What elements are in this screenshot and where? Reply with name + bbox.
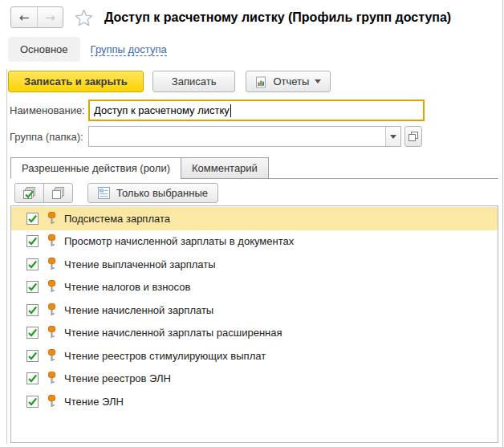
group-field-label: Группа (папка): bbox=[10, 126, 83, 148]
role-label: Подсистема зарплата bbox=[64, 213, 170, 225]
role-checkbox[interactable] bbox=[26, 372, 39, 384]
chevron-down-icon bbox=[390, 135, 396, 139]
open-list-icon bbox=[408, 132, 418, 141]
role-label: Чтение налогов и взносов bbox=[64, 281, 190, 293]
role-label: Чтение реестров ЭЛН bbox=[64, 372, 171, 384]
save-and-close-button[interactable]: Записать и закрыть bbox=[8, 71, 144, 92]
favorite-star-icon[interactable] bbox=[75, 9, 93, 26]
role-label: Чтение выплаченной зарплаты bbox=[64, 258, 216, 270]
role-row[interactable]: Чтение реестров стимулирующих выплат bbox=[11, 344, 498, 368]
reports-button[interactable]: Отчеты bbox=[246, 71, 331, 92]
back-button[interactable]: ← bbox=[11, 7, 37, 27]
window-right-border bbox=[502, 0, 503, 447]
nav-item-main[interactable]: Основное bbox=[8, 37, 80, 62]
list-toolbar: Только выбранные bbox=[14, 183, 218, 203]
role-label: Чтение начисленной зарплаты расширенная bbox=[64, 327, 282, 339]
role-checkbox[interactable] bbox=[26, 235, 39, 247]
page-title: Доступ к расчетному листку (Профиль груп… bbox=[104, 10, 451, 25]
check-buttons-group bbox=[14, 183, 73, 203]
role-key-icon bbox=[47, 303, 56, 317]
reports-label: Отчеты bbox=[273, 75, 309, 87]
role-key-icon bbox=[47, 326, 56, 339]
chevron-down-icon bbox=[315, 79, 321, 83]
group-choose-button[interactable] bbox=[404, 126, 422, 147]
role-label: Чтение реестров стимулирующих выплат bbox=[64, 350, 266, 362]
only-selected-button[interactable]: Только выбранные bbox=[87, 183, 218, 203]
save-button[interactable]: Записать bbox=[152, 71, 236, 92]
role-row[interactable]: Чтение выплаченной зарплаты bbox=[11, 253, 498, 276]
tab-comment[interactable]: Комментарий bbox=[181, 157, 269, 179]
role-label: Чтение начисленной зарплаты bbox=[64, 304, 213, 316]
role-checkbox[interactable] bbox=[26, 327, 39, 339]
tab-control: Разрешенные действия (роли) Комментарий bbox=[10, 156, 498, 179]
role-row[interactable]: Чтение начисленной зарплаты bbox=[11, 299, 498, 322]
name-input[interactable]: Доступ к расчетному листку bbox=[88, 100, 425, 121]
name-input-value: Доступ к расчетному листку bbox=[94, 104, 230, 116]
role-checkbox[interactable] bbox=[26, 304, 39, 316]
role-row[interactable]: Подсистема зарплата bbox=[11, 207, 498, 230]
list-icon bbox=[98, 187, 110, 199]
only-selected-label: Только выбранные bbox=[116, 187, 208, 199]
role-key-icon bbox=[47, 395, 56, 408]
tab-strip: Разрешенные действия (роли) Комментарий bbox=[10, 156, 498, 179]
command-bar: Записать и закрыть Записать Отчеты bbox=[8, 71, 331, 92]
history-nav: ← → bbox=[10, 6, 63, 28]
tab-allowed-actions[interactable]: Разрешенные действия (роли) bbox=[10, 157, 181, 179]
group-input[interactable] bbox=[88, 126, 401, 147]
name-field-label: Наименование: bbox=[10, 100, 85, 121]
role-row[interactable]: Чтение ЭЛН bbox=[11, 390, 498, 413]
role-row[interactable]: Чтение начисленной зарплаты расширенная bbox=[11, 322, 498, 345]
report-chart-icon bbox=[255, 75, 267, 88]
forward-button[interactable]: → bbox=[37, 7, 63, 27]
role-label: Чтение ЭЛН bbox=[64, 396, 124, 408]
role-key-icon bbox=[47, 372, 56, 385]
role-row[interactable]: Чтение налогов и взносов bbox=[11, 276, 498, 299]
role-checkbox[interactable] bbox=[26, 213, 39, 225]
role-row[interactable]: Просмотр начисленной зарплаты в документ… bbox=[11, 230, 498, 254]
form-left-rail bbox=[6, 69, 7, 444]
role-label: Просмотр начисленной зарплаты в документ… bbox=[64, 235, 294, 247]
role-checkbox[interactable] bbox=[26, 281, 39, 293]
check-all-button[interactable] bbox=[14, 183, 44, 203]
group-dropdown-button[interactable] bbox=[385, 127, 400, 146]
role-checkbox[interactable] bbox=[26, 258, 39, 270]
role-key-icon bbox=[47, 212, 56, 226]
role-key-icon bbox=[47, 280, 56, 294]
uncheck-all-button[interactable] bbox=[43, 183, 73, 203]
role-key-icon bbox=[47, 258, 56, 271]
role-checkbox[interactable] bbox=[26, 350, 39, 362]
roles-list[interactable]: Подсистема зарплата Просмотр начисленной… bbox=[10, 205, 498, 443]
text-cursor bbox=[230, 104, 231, 117]
section-nav: Основное Группы доступа bbox=[8, 37, 167, 62]
role-row[interactable]: Чтение реестров ЭЛН bbox=[11, 368, 498, 391]
role-key-icon bbox=[47, 234, 56, 248]
role-checkbox[interactable] bbox=[26, 396, 39, 408]
header: ← → Доступ к расчетному листку (Профиль … bbox=[10, 6, 451, 28]
nav-link-access-groups[interactable]: Группы доступа bbox=[91, 43, 167, 56]
role-key-icon bbox=[47, 349, 56, 363]
